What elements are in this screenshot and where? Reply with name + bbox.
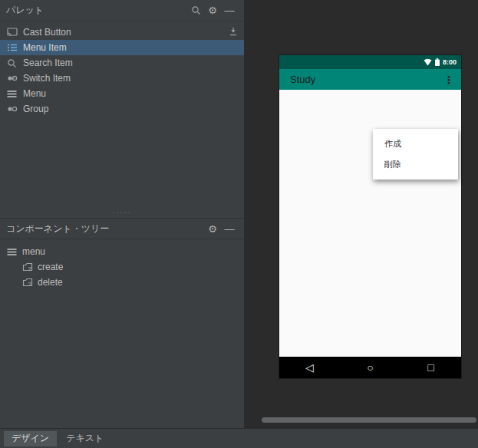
palette-item-cast-button[interactable]: Cast Button [0,25,244,40]
overflow-menu-icon[interactable]: ⋮ [443,74,455,86]
splitter-dots: ····· [113,209,132,216]
popup-menu-item[interactable]: 削除 [373,154,458,175]
component-tree-list: menu ? create ? [0,239,244,290]
device-status-bar: 8:00 [279,55,461,69]
tree-item-label: create [38,262,63,272]
component-tree-header: コンポーネント・ツリー ⚙ — [0,218,244,239]
android-studio-window: パレット ⚙ — [0,0,478,448]
palette-title: パレット [6,4,44,17]
palette-item-label: Cast Button [23,27,223,38]
palette-hide-button[interactable]: — [221,2,238,19]
cast-icon [6,27,18,38]
component-tree-panel: コンポーネント・ツリー ⚙ — [0,218,244,290]
tree-item-delete[interactable]: ? delete [0,275,244,290]
tree-settings-button[interactable]: ⚙ [204,220,221,237]
battery-icon [435,58,440,66]
tab-design[interactable]: デザイン [4,431,57,446]
palette-item-group[interactable]: Group [0,101,244,117]
unknown-item-icon: ? [21,262,33,273]
editor-mode-bar: デザイン テキスト [0,428,478,448]
device-action-bar[interactable]: Study ⋮ [279,69,461,90]
device-nav-bar: ◁ ○ □ [279,357,461,378]
palette-settings-button[interactable]: ⚙ [204,2,221,19]
palette-item-label: Group [23,104,238,114]
nav-recents-icon: □ [401,357,461,378]
menu-item-icon [6,42,18,54]
search-button[interactable] [187,2,204,19]
palette-item-label: Menu [23,88,238,99]
tab-text[interactable]: テキスト [58,431,111,446]
nav-home-icon: ○ [340,357,401,378]
download-icon[interactable] [229,27,238,38]
tree-item-menu[interactable]: menu [0,244,244,259]
palette-item-label: Menu Item [23,42,238,53]
palette-item-menu[interactable]: Menu [0,86,244,101]
device-preview[interactable]: 8:00 Study ⋮ 作成 削除 ◁ ○ □ [279,55,461,378]
palette-item-label: Switch Item [23,73,238,84]
status-time: 8:00 [443,58,457,66]
svg-text:?: ? [28,281,31,287]
palette-header: パレット ⚙ — [0,0,244,21]
popup-menu: 作成 削除 [373,129,458,180]
gear-icon: ⚙ [208,5,217,16]
tree-item-create[interactable]: ? create [0,259,244,275]
wifi-icon [424,58,432,66]
svg-text:?: ? [28,265,31,272]
palette-list: Cast Button [0,21,244,117]
minus-icon: — [225,223,235,235]
device-screen[interactable]: 作成 削除 [279,90,461,357]
nav-back-icon: ◁ [279,357,340,378]
tree-item-label: delete [38,277,63,288]
search-icon [191,5,201,15]
left-tool-panel: パレット ⚙ — [0,0,245,428]
tree-item-label: menu [22,246,45,257]
app-title: Study [290,74,443,85]
palette-item-menu-item[interactable]: Menu Item [0,40,244,55]
tree-hide-button[interactable]: — [221,220,238,237]
design-surface[interactable]: 8:00 Study ⋮ 作成 削除 ◁ ○ □ [246,0,478,428]
minus-icon: — [225,5,235,16]
switch-item-icon [6,73,18,84]
palette-item-label: Search Item [23,58,238,68]
horizontal-scrollbar[interactable] [262,417,476,423]
search-item-icon [6,58,18,69]
popup-menu-item[interactable]: 作成 [373,133,458,154]
hamburger-menu-icon [6,88,18,100]
panel-splitter[interactable]: ····· [0,207,244,218]
group-icon [6,104,18,115]
gear-icon: ⚙ [208,223,217,235]
menu-node-icon [6,246,18,258]
unknown-item-icon: ? [21,277,33,288]
component-tree-title: コンポーネント・ツリー [6,222,109,236]
palette-item-switch-item[interactable]: Switch Item [0,71,244,86]
palette-item-search-item[interactable]: Search Item [0,55,244,71]
